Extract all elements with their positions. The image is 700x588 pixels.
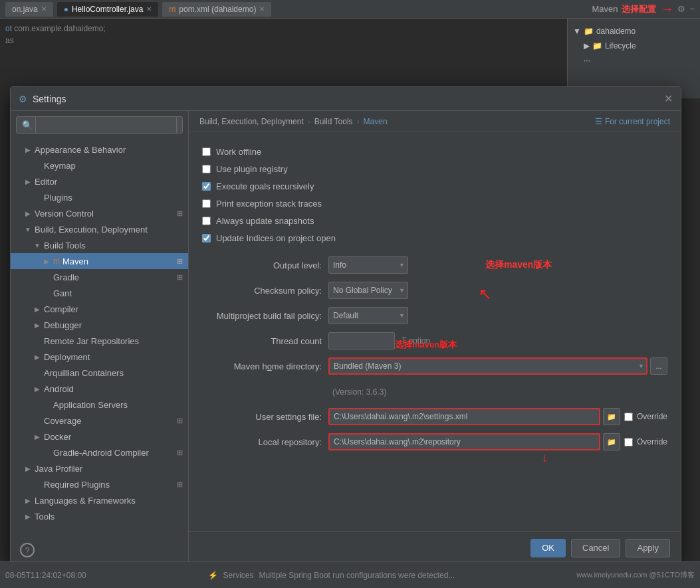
update-snapshots-checkbox[interactable]: [202, 217, 211, 225]
folder-icon: 📁: [584, 27, 594, 36]
checksum-policy-label: Checksum policy:: [202, 286, 322, 296]
sidebar-item-label: Gradle: [53, 272, 79, 282]
sidebar-item-remote-jar[interactable]: Remote Jar Repositories: [11, 333, 188, 349]
dialog-body: 🔍 ▶ Appearance & Behavior Keymap: [11, 111, 681, 564]
maven-settings-icon: ⊞: [177, 257, 183, 266]
sidebar-item-keymap[interactable]: Keymap: [11, 157, 188, 173]
for-project-label: For current project: [605, 117, 670, 126]
gradle-icon: ⊞: [177, 273, 183, 282]
sidebar-item-arquillian[interactable]: Arquillian Containers: [11, 365, 188, 381]
chevron-down-icon: ▼: [24, 226, 32, 233]
user-settings-override-checkbox[interactable]: [624, 413, 633, 421]
output-level-select[interactable]: Info Debug Quiet: [328, 256, 408, 274]
print-stack-checkbox[interactable]: [202, 199, 211, 208]
tab-on-java[interactable]: on.java ✕: [5, 2, 53, 17]
sep2: ›: [357, 117, 360, 126]
annotation-maven-version-float: 选择maven版本: [485, 259, 552, 271]
print-stack-label: Print exception stack traces: [216, 199, 322, 209]
close-icon[interactable]: ✕: [41, 5, 47, 13]
user-settings-input[interactable]: [328, 408, 600, 425]
multiproject-policy-select[interactable]: Default Fail Fast At End: [328, 307, 408, 324]
tab-label: on.java: [12, 5, 38, 14]
sidebar-item-debugger[interactable]: ▶ Debugger: [11, 317, 188, 333]
tab-icon: ●: [64, 5, 68, 14]
local-repo-control: 📁 Override: [328, 433, 667, 450]
sidebar-item-android[interactable]: ▶ Android: [11, 381, 188, 397]
chevron-right-icon: ▶: [24, 497, 32, 504]
user-settings-label: User settings file:: [202, 412, 322, 422]
sidebar-item-plugins[interactable]: Plugins: [11, 189, 188, 205]
sidebar-item-label: Tools: [35, 512, 55, 522]
sidebar-item-appearance[interactable]: ▶ Appearance & Behavior: [11, 142, 188, 157]
gear-icon[interactable]: ⚙: [677, 4, 685, 14]
update-indices-label: Update Indices on project open: [216, 233, 336, 243]
sidebar-item-label: Version Control: [35, 209, 94, 219]
annotation-arrow-down: ↘: [479, 286, 492, 304]
sidebar-item-deployment[interactable]: ▶ Deployment: [11, 349, 188, 365]
ok-button[interactable]: OK: [530, 539, 566, 557]
sidebar-item-maven[interactable]: ▶ m Maven ⊞: [11, 253, 188, 269]
output-level-label: Output level:: [202, 260, 322, 270]
sidebar-item-coverage[interactable]: Coverage ⊞: [11, 413, 188, 429]
settings-icon: ⚙: [19, 94, 27, 104]
checkbox-update-snapshots: Always update snapshots: [202, 212, 667, 229]
sidebar-item-required-plugins[interactable]: Required Plugins ⊞: [11, 476, 188, 492]
chevron-right-icon: ▶: [24, 178, 32, 185]
close-button[interactable]: ✕: [664, 92, 673, 105]
checksum-policy-select[interactable]: No Global Policy Fail Warn Ignore: [328, 282, 408, 299]
sidebar-item-label: Docker: [44, 432, 71, 442]
user-settings-browse-button[interactable]: 📁: [603, 408, 620, 425]
work-offline-checkbox[interactable]: [202, 147, 211, 156]
maven-tree-item: ▼ 📁 dahaidemo: [573, 24, 695, 39]
checkbox-execute-goals: Execute goals recursively: [202, 177, 667, 195]
output-level-row: Output level: Info Debug Quiet: [202, 254, 667, 276]
sidebar-item-java-profiler[interactable]: ▶ Java Profiler: [11, 460, 188, 476]
sidebar-item-build[interactable]: ▼ Build, Execution, Deployment: [11, 221, 188, 237]
update-indices-checkbox[interactable]: [202, 234, 211, 243]
breadcrumb-part2: Build Tools: [314, 117, 353, 126]
annotation-area: ↓: [202, 451, 667, 465]
for-current-project[interactable]: ☰ For current project: [595, 117, 670, 126]
tab-hello-controller[interactable]: ● HelloComtroller.java ✕: [57, 2, 159, 17]
user-settings-control: 📁 Override: [328, 408, 667, 425]
apply-button[interactable]: Apply: [626, 539, 670, 557]
chevron-right-icon: ▶: [43, 258, 51, 265]
sidebar-item-app-servers[interactable]: Application Servers: [11, 397, 188, 413]
sidebar-item-editor[interactable]: ▶ Editor: [11, 173, 188, 189]
sidebar-item-languages[interactable]: ▶ Languages & Frameworks: [11, 492, 188, 508]
sidebar-item-label: Remote Jar Repositories: [44, 336, 139, 346]
sidebar-item-gradle-android[interactable]: Gradle-Android Compiler ⊞: [11, 444, 188, 460]
folder-icon: 📁: [592, 41, 602, 50]
tab-label: pom.xml (dahaidemo): [179, 5, 256, 14]
search-input[interactable]: [35, 116, 177, 134]
close-icon[interactable]: ✕: [259, 5, 265, 13]
services-icon: ⚡: [208, 571, 218, 580]
close-icon[interactable]: ✕: [146, 5, 152, 13]
sidebar-item-tools[interactable]: ▶ Tools: [11, 508, 188, 524]
search-box[interactable]: 🔍: [16, 116, 183, 134]
local-repo-input[interactable]: [328, 433, 600, 450]
maven-home-row: Maven home directory: 选择maven版本 Bundled …: [202, 355, 667, 377]
maven-home-select[interactable]: Bundled (Maven 3) Use Maven wrapper: [328, 357, 647, 375]
local-repo-override-checkbox[interactable]: [624, 438, 633, 446]
maven-home-browse-button[interactable]: ...: [650, 357, 667, 375]
local-repo-browse-button[interactable]: 📁: [603, 433, 620, 450]
execute-goals-checkbox[interactable]: [202, 182, 211, 191]
cancel-button[interactable]: Cancel: [571, 539, 620, 557]
sidebar-item-gradle[interactable]: Gradle ⊞: [11, 269, 188, 285]
sidebar-item-vcs[interactable]: ▶ Version Control ⊞: [11, 205, 188, 221]
tab-pom-xml[interactable]: m pom.xml (dahaidemo) ✕: [162, 2, 271, 17]
sidebar-item-gant[interactable]: Gant: [11, 285, 188, 301]
help-button[interactable]: ?: [20, 543, 35, 557]
thread-count-input[interactable]: [328, 332, 395, 349]
ide-background: on.java ✕ ● HelloComtroller.java ✕ m pom…: [0, 0, 700, 588]
sidebar-item-build-tools[interactable]: ▼ Build Tools: [11, 237, 188, 253]
sidebar-item-docker[interactable]: ▶ Docker: [11, 429, 188, 444]
sidebar-item-compiler[interactable]: ▶ Compiler: [11, 301, 188, 317]
required-plugins-icon: ⊞: [177, 480, 183, 489]
multiproject-policy-label: Multiproject build fail policy:: [202, 311, 322, 321]
plugin-registry-checkbox[interactable]: [202, 165, 211, 173]
dialog-title: Settings: [33, 94, 66, 104]
vcs-icon: ⊞: [177, 209, 183, 218]
minimize-icon[interactable]: −: [689, 4, 695, 14]
